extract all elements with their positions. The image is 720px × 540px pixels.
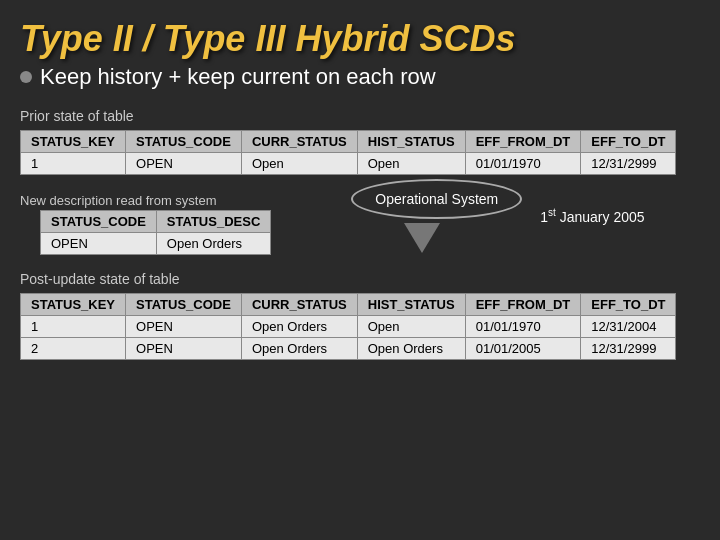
table-row: OPENOpen Orders <box>41 233 271 255</box>
prior-state-label: Prior state of table <box>0 104 720 128</box>
post-state-label: Post-update state of table <box>0 267 720 291</box>
table-row: 1OPENOpen OrdersOpen01/01/197012/31/2004 <box>21 316 676 338</box>
post-col-header: HIST_STATUS <box>357 294 465 316</box>
post-col-header: CURR_STATUS <box>241 294 357 316</box>
table-cell: Open Orders <box>156 233 270 255</box>
table-cell: 12/31/2999 <box>581 153 676 175</box>
table-cell: OPEN <box>126 316 242 338</box>
prior-col-header: EFF_TO_DT <box>581 131 676 153</box>
newdesc-col-header: STATUS_CODE <box>41 211 157 233</box>
table-cell: 1 <box>21 316 126 338</box>
table-cell: 12/31/2004 <box>581 316 676 338</box>
bullet-icon <box>20 71 32 83</box>
table-cell: Open <box>357 316 465 338</box>
table-cell: Open <box>241 153 357 175</box>
table-cell: Open Orders <box>357 338 465 360</box>
post-col-header: EFF_TO_DT <box>581 294 676 316</box>
post-col-header: STATUS_KEY <box>21 294 126 316</box>
prior-col-header: EFF_FROM_DT <box>465 131 581 153</box>
prior-col-header: STATUS_KEY <box>21 131 126 153</box>
table-cell: Open Orders <box>241 316 357 338</box>
table-cell: 1 <box>21 153 126 175</box>
table-cell: 01/01/1970 <box>465 316 581 338</box>
post-col-header: EFF_FROM_DT <box>465 294 581 316</box>
prior-col-header: HIST_STATUS <box>357 131 465 153</box>
table-cell: Open <box>357 153 465 175</box>
subtitle-text: Keep history + keep current on each row <box>40 64 436 90</box>
newdesc-col-header: STATUS_DESC <box>156 211 270 233</box>
table-cell: Open Orders <box>241 338 357 360</box>
table-row: 1OPENOpenOpen01/01/197012/31/2999 <box>21 153 676 175</box>
table-cell: OPEN <box>126 153 242 175</box>
table-cell: 01/01/2005 <box>465 338 581 360</box>
page-title: Type II / Type III Hybrid SCDs <box>0 0 720 64</box>
new-desc-label: New description read from system <box>20 193 291 208</box>
table-cell: 12/31/2999 <box>581 338 676 360</box>
table-cell: OPEN <box>41 233 157 255</box>
operational-system-badge: Operational System <box>351 179 522 219</box>
arrow-down-icon <box>404 223 440 253</box>
new-desc-table: STATUS_CODESTATUS_DESC OPENOpen Orders <box>40 210 271 255</box>
subtitle: Keep history + keep current on each row <box>0 64 720 104</box>
prior-state-table: STATUS_KEYSTATUS_CODECURR_STATUSHIST_STA… <box>20 130 676 175</box>
table-cell: 2 <box>21 338 126 360</box>
post-state-table: STATUS_KEYSTATUS_CODECURR_STATUSHIST_STA… <box>20 293 676 360</box>
date-label: 1st January 2005 <box>540 209 644 225</box>
prior-col-header: CURR_STATUS <box>241 131 357 153</box>
post-col-header: STATUS_CODE <box>126 294 242 316</box>
table-cell: OPEN <box>126 338 242 360</box>
table-row: 2OPENOpen OrdersOpen Orders01/01/200512/… <box>21 338 676 360</box>
prior-col-header: STATUS_CODE <box>126 131 242 153</box>
table-cell: 01/01/1970 <box>465 153 581 175</box>
